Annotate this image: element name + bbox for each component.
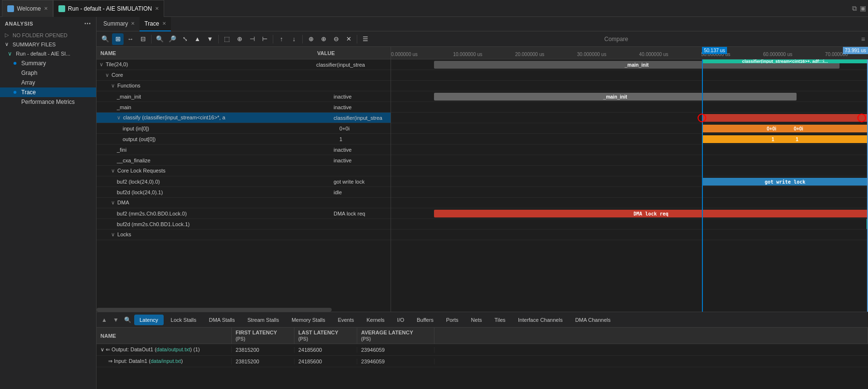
tree-cell-cxa-value: inactive (313, 158, 391, 163)
cursor1-btn[interactable]: ⊕ (305, 33, 317, 45)
tree-row-buf2-mm2s[interactable]: buf2 (mm2s.Ch0.BD0.Lock.0) DMA lock req (97, 208, 391, 219)
tree-row-buf2d-mm2s[interactable]: buf2d (mm2s.Ch0.BD1.Lock.1) (97, 219, 391, 230)
first-btn[interactable]: ⊣ (246, 33, 258, 45)
toolbar-sep1 (151, 35, 152, 43)
tab-welcome-close[interactable]: ✕ (44, 6, 48, 11)
import-btn[interactable]: ↑ (276, 33, 287, 45)
tree-row-tile[interactable]: ∨ Tile(24,0) classifier(input_strea (97, 59, 391, 70)
tab-events[interactable]: Events (333, 315, 360, 325)
tab-nets[interactable]: Nets (466, 315, 488, 325)
tab-dma-channels[interactable]: DMA Channels (570, 315, 616, 325)
tree-row-buf2-lock[interactable]: buf2 (lock(24,0).0) got write lock (97, 176, 391, 187)
select-btn[interactable]: ⊞ (112, 33, 124, 45)
tab-run[interactable]: Run - default - AIE SIMULATION ✕ (53, 0, 164, 17)
tab-ports[interactable]: Ports (441, 315, 464, 325)
bth-last-latency: LAST LATENCY (PS) (294, 328, 357, 344)
fit-btn[interactable]: ↔ (125, 33, 136, 45)
tab-buffers[interactable]: Buffers (411, 315, 439, 325)
grid-btn[interactable]: ⊟ (137, 33, 149, 45)
tree-cell-main-name: _main (97, 104, 313, 110)
tab-welcome[interactable]: Welcome ✕ (2, 0, 53, 17)
cursor-clear-btn[interactable]: ✕ (343, 33, 354, 45)
tab-summary-close[interactable]: ✕ (131, 21, 135, 26)
zoom-in-btn[interactable]: 🔍 (154, 33, 166, 45)
tree-row-functions[interactable]: ∨ Functions (97, 81, 391, 91)
tab-lock-stalls[interactable]: Lock Stalls (166, 315, 202, 325)
bar-output: 1 1 (702, 135, 868, 143)
tree-cell-buf2-lock-name: buf2 (lock(24,0).0) (97, 179, 313, 185)
tab-stream-stalls[interactable]: Stream Stalls (242, 315, 284, 325)
output-link[interactable]: data/output.txt (156, 346, 190, 352)
sidebar-item-performance[interactable]: Performance Metrics (0, 97, 96, 107)
tree-cell-main-value: inactive (313, 104, 391, 110)
tree-row-classify[interactable]: ∨ classify (classifier(input_stream<cint… (97, 113, 391, 123)
down-btn[interactable]: ▼ (204, 33, 216, 45)
btd-input-first: 23815200 (232, 359, 294, 364)
tree-row-dma[interactable]: ∨ DMA (97, 198, 391, 208)
search-btn[interactable]: 🔍 (99, 33, 111, 45)
tree-row-cxa[interactable]: __cxa_finalize inactive (97, 155, 391, 166)
tree-cell-tile-name: ∨ Tile(24,0) (97, 61, 313, 68)
tab-tiles[interactable]: Tiles (489, 315, 511, 325)
timeline-row-9 (391, 155, 868, 166)
last-btn[interactable]: ⊢ (259, 33, 270, 45)
btd-input-avg: 23946059 (357, 359, 434, 364)
layout-icon[interactable]: ▣ (860, 4, 866, 13)
tab-trace-close[interactable]: ✕ (162, 21, 166, 26)
sidebar-item-graph[interactable]: Graph (0, 68, 96, 78)
sidebar-run-item[interactable]: ∨ Run - default - AIE SI... (0, 49, 96, 58)
sidebar-menu-icon[interactable]: ⋯ (84, 20, 91, 28)
tree-scrollbar[interactable] (97, 308, 391, 312)
tree-row-main[interactable]: _main inactive (97, 102, 391, 113)
tab-interface-channels[interactable]: Interface Channels (513, 315, 568, 325)
tree-row-buf2d-lock[interactable]: buf2d (lock(24,0).1) idle (97, 187, 391, 198)
export-btn[interactable]: ↓ (288, 33, 300, 45)
trace-body: NAME VALUE ∨ Tile(24,0) classifier(input… (97, 47, 868, 312)
tree-row-input[interactable]: input (in[0]) 0+0i (97, 123, 391, 134)
timeline-row-16 (391, 230, 868, 240)
settings-btn[interactable]: ☰ (360, 33, 371, 45)
cursor2-btn[interactable]: ⊕ (318, 33, 329, 45)
split-editor-icon[interactable]: ⧉ (852, 4, 857, 13)
table-row-input[interactable]: ⇒ Input: DataIn1 (data/input.txt) 238152… (97, 356, 868, 367)
top-right-icons: ⧉ ▣ (852, 4, 866, 13)
input-link[interactable]: data/input.txt (151, 358, 181, 364)
fit-all-btn[interactable]: ⤡ (179, 33, 191, 45)
tab-kernels[interactable]: Kernels (361, 315, 390, 325)
tree-row-core[interactable]: ∨ Core (97, 70, 391, 81)
bottom-down-btn[interactable]: ▼ (111, 315, 121, 325)
tab-dma-stalls[interactable]: DMA Stalls (204, 315, 240, 325)
sidebar-item-trace[interactable]: Trace (0, 87, 96, 97)
tab-latency[interactable]: Latency (134, 315, 164, 325)
tab-trace-label: Trace (144, 20, 159, 27)
tree-row-lock-requests[interactable]: ∨ Core Lock Requests (97, 166, 391, 176)
tree-row-main-init[interactable]: _main_init inactive (97, 91, 391, 102)
copy-btn[interactable]: ⬚ (221, 33, 233, 45)
tree-row-output[interactable]: output (out[0]) 1 (97, 134, 391, 144)
sidebar-header: ANALYSIS ⋯ (0, 17, 96, 30)
zoom-out-btn[interactable]: 🔎 (167, 33, 178, 45)
prev-btn[interactable]: ⊕ (234, 33, 245, 45)
table-row-output[interactable]: ∨ ⇐ Output: DataOut1 (data/output.txt) (… (97, 344, 868, 356)
bottom-search-btn[interactable]: 🔍 (123, 315, 132, 325)
filter-icon[interactable]: ≡ (861, 35, 865, 43)
tab-trace[interactable]: Trace ✕ (140, 17, 170, 31)
sidebar-summary-files[interactable]: ∨ SUMMARY FILES (0, 40, 96, 49)
bottom-up-btn[interactable]: ▲ (99, 315, 109, 325)
cursor-link-btn[interactable]: ⊖ (330, 33, 342, 45)
tree-row-locks[interactable]: ∨ Locks (97, 230, 391, 240)
timeline-content[interactable]: _main_init classifier(input_stream<cint1… (391, 59, 868, 312)
timeline-row-2 (391, 81, 868, 91)
tab-run-close[interactable]: ✕ (155, 6, 159, 11)
tree-row-fini[interactable]: _fini inactive (97, 144, 391, 155)
tab-summary[interactable]: Summary ✕ (98, 17, 140, 31)
tree-content[interactable]: ∨ Tile(24,0) classifier(input_strea ∨ Co… (97, 59, 391, 308)
up-btn[interactable]: ▲ (192, 33, 203, 45)
tab-io[interactable]: I/O (392, 315, 410, 325)
sidebar-item-summary[interactable]: Summary (0, 58, 96, 68)
compare-label[interactable]: Compare (601, 35, 632, 43)
bth-first-latency: FIRST LATENCY (PS) (232, 328, 294, 344)
tab-memory-stalls[interactable]: Memory Stalls (286, 315, 331, 325)
sidebar-no-folder[interactable]: ▷ NO FOLDER OPENED (0, 30, 96, 40)
sidebar-item-array[interactable]: Array (0, 78, 96, 87)
